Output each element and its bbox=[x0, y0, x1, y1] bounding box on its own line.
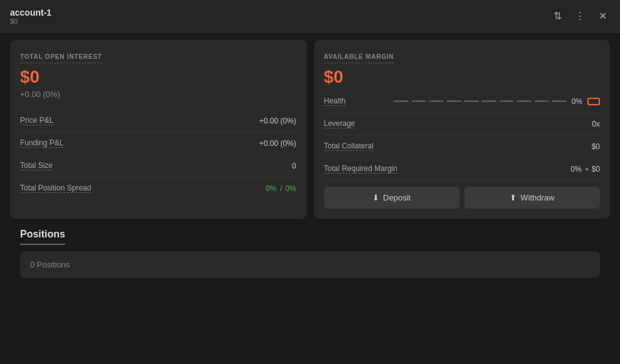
deposit-button[interactable]: ⬇ Deposit bbox=[324, 187, 460, 209]
available-margin-label: AVAILABLE MARGIN bbox=[324, 53, 394, 63]
health-right: 0% bbox=[394, 97, 600, 106]
main-content: TOTAL OPEN INTEREST $0 +0.00 (0%) Price … bbox=[0, 33, 620, 286]
right-card: AVAILABLE MARGIN $0 Health bbox=[314, 40, 611, 219]
spread-slash: / bbox=[280, 184, 281, 193]
left-card: TOTAL OPEN INTEREST $0 +0.00 (0%) Price … bbox=[10, 40, 307, 219]
cards-row: TOTAL OPEN INTEREST $0 +0.00 (0%) Price … bbox=[10, 40, 610, 219]
health-bar bbox=[394, 100, 567, 102]
health-seg-4 bbox=[446, 100, 461, 102]
leverage-value: 0x bbox=[592, 120, 600, 128]
total-open-interest-label: TOTAL OPEN INTEREST bbox=[20, 53, 102, 63]
health-seg-8 bbox=[517, 100, 532, 102]
app-header: account-1 $0 ⇅ ⋮ ✕ bbox=[0, 0, 620, 33]
health-seg-9 bbox=[534, 100, 549, 102]
deposit-icon: ⬇ bbox=[372, 193, 379, 202]
total-collateral-row: Total Collateral $0 bbox=[324, 135, 601, 157]
total-required-margin-label: Total Required Margin bbox=[324, 164, 397, 174]
trm-pct: 0% bbox=[570, 165, 581, 174]
positions-header: Positions bbox=[20, 229, 65, 245]
total-open-interest-change: +0.00 (0%) bbox=[20, 90, 297, 99]
total-collateral-value: $0 bbox=[592, 142, 600, 151]
total-size-row: Total Size 0 bbox=[20, 154, 297, 177]
funding-pl-row: Funding P&L +0.00 (0%) bbox=[20, 132, 297, 154]
trm-dollar: $0 bbox=[592, 165, 600, 174]
price-pl-value: +0.00 (0%) bbox=[259, 117, 296, 125]
withdraw-icon: ⬆ bbox=[510, 193, 517, 202]
trm-dot bbox=[586, 168, 588, 170]
positions-empty-label: 0 Positions bbox=[30, 260, 70, 269]
deposit-label: Deposit bbox=[383, 193, 411, 202]
account-balance: $0 bbox=[10, 18, 51, 25]
total-position-spread-row: Total Position Spread 0% / 0% bbox=[20, 177, 297, 199]
available-margin-value: $0 bbox=[324, 67, 601, 87]
positions-section: Positions 0 Positions bbox=[10, 229, 610, 278]
health-seg-5 bbox=[464, 100, 479, 102]
total-position-spread-label: Total Position Spread bbox=[20, 184, 91, 193]
funding-pl-label: Funding P&L bbox=[20, 138, 63, 148]
account-info: account-1 $0 bbox=[10, 8, 51, 25]
health-seg-6 bbox=[481, 100, 497, 102]
total-position-spread-value: 0% / 0% bbox=[266, 184, 297, 193]
health-label: Health bbox=[324, 96, 346, 106]
total-open-interest-value: $0 bbox=[20, 67, 297, 87]
health-pct: 0% bbox=[572, 97, 582, 106]
total-collateral-label: Total Collateral bbox=[324, 142, 374, 151]
leverage-label: Leverage bbox=[324, 119, 355, 128]
withdraw-label: Withdraw bbox=[520, 193, 554, 202]
funding-pl-value: +0.00 (0%) bbox=[259, 139, 296, 148]
health-seg-1 bbox=[394, 100, 409, 102]
withdraw-button[interactable]: ⬆ Withdraw bbox=[465, 187, 600, 209]
health-section: Health 0% bbox=[324, 90, 601, 112]
account-name: account-1 bbox=[10, 8, 51, 18]
spread-value-right: 0% bbox=[285, 184, 296, 193]
health-seg-7 bbox=[499, 100, 514, 102]
leverage-row: Leverage 0x bbox=[324, 112, 601, 135]
total-required-margin-row: Total Required Margin 0% $0 bbox=[324, 157, 601, 180]
total-size-value: 0 bbox=[292, 162, 297, 170]
positions-empty: 0 Positions bbox=[20, 251, 600, 278]
total-required-margin-value: 0% $0 bbox=[570, 165, 600, 174]
health-seg-2 bbox=[411, 100, 426, 102]
price-pl-row: Price P&L +0.00 (0%) bbox=[20, 109, 297, 132]
action-buttons: ⬇ Deposit ⬆ Withdraw bbox=[324, 180, 601, 209]
close-icon[interactable]: ✕ bbox=[595, 9, 610, 24]
price-pl-label: Price P&L bbox=[20, 116, 53, 125]
health-indicator-icon bbox=[587, 98, 600, 105]
header-actions: ⇅ ⋮ ✕ bbox=[550, 9, 610, 24]
spread-value-left: 0% bbox=[266, 184, 276, 193]
sort-icon[interactable]: ⇅ bbox=[550, 9, 565, 24]
menu-icon[interactable]: ⋮ bbox=[572, 9, 587, 24]
health-seg-10 bbox=[552, 100, 567, 102]
health-seg-3 bbox=[429, 100, 444, 102]
total-size-label: Total Size bbox=[20, 161, 53, 170]
